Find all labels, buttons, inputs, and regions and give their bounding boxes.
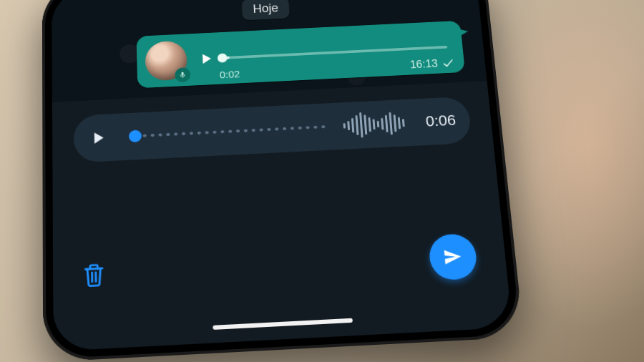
voice-progress-knob[interactable] <box>218 53 228 62</box>
waveform-bar <box>369 117 372 132</box>
recorder-bar: 0:06 <box>74 97 472 163</box>
recorder-actions <box>53 232 507 300</box>
phone-frame: Hoje 0:02 16:13 <box>42 0 524 362</box>
mic-icon <box>175 67 190 82</box>
recorder-waveform <box>343 110 406 139</box>
recorder-panel: 0:06 <box>52 81 512 351</box>
date-chip: Hoje <box>241 0 290 20</box>
waveform-bar <box>373 119 376 129</box>
message-timestamp: 16:13 <box>409 58 438 71</box>
waveform-bar <box>356 115 359 135</box>
waveform-bar <box>364 114 367 134</box>
recorder-scrubber[interactable] <box>117 109 413 151</box>
recorder-duration: 0:06 <box>425 112 457 130</box>
screen: Hoje 0:02 16:13 <box>52 0 512 351</box>
waveform-bar <box>347 121 350 130</box>
waveform-bar <box>398 117 401 129</box>
waveform-bar <box>351 118 354 133</box>
check-icon <box>441 57 455 69</box>
delete-recording-button[interactable] <box>82 262 106 289</box>
waveform-bar <box>394 114 397 132</box>
waveform-bar <box>385 115 389 132</box>
home-indicator[interactable] <box>213 318 353 330</box>
date-label: Hoje <box>253 1 278 15</box>
avatar[interactable] <box>145 40 187 81</box>
waveform-bar <box>389 112 394 135</box>
waveform-bar <box>377 121 380 127</box>
recorder-scrubber-knob[interactable] <box>129 129 142 142</box>
waveform-bar <box>402 119 405 127</box>
play-button[interactable] <box>196 50 215 68</box>
message-meta: 16:13 <box>409 57 455 71</box>
recorder-play-button[interactable] <box>88 128 108 148</box>
waveform-bar <box>359 112 364 138</box>
send-button[interactable] <box>428 233 479 281</box>
waveform-bar <box>343 123 346 129</box>
voice-elapsed: 0:02 <box>220 68 240 80</box>
waveform-bar <box>381 118 384 130</box>
voice-progress-line <box>220 46 448 59</box>
